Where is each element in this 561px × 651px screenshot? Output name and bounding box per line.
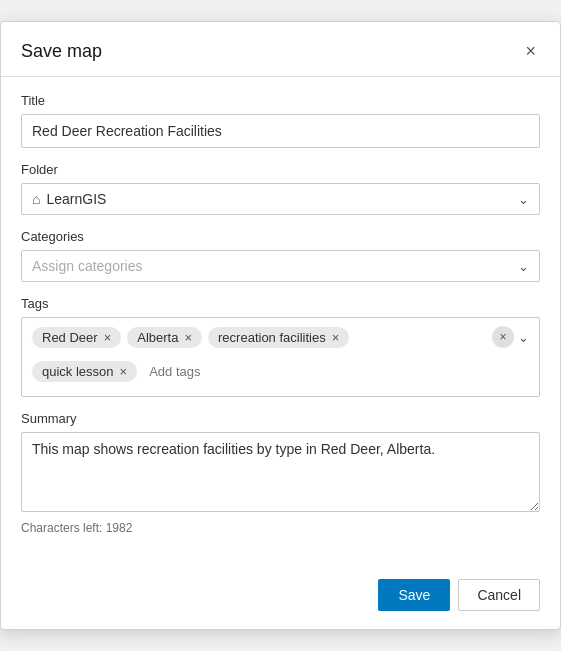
- categories-placeholder: Assign categories: [32, 258, 518, 274]
- tags-chevron-icon[interactable]: ⌄: [518, 330, 529, 345]
- folder-field-group: Folder ⌂ LearnGIS ⌄: [21, 162, 540, 215]
- folder-value: LearnGIS: [46, 191, 518, 207]
- tags-clear-button[interactable]: ×: [492, 326, 514, 348]
- tags-label: Tags: [21, 296, 540, 311]
- tags-container: Red Deer × Alberta × recreation faciliti…: [21, 317, 540, 397]
- categories-select[interactable]: Assign categories ⌄: [21, 250, 540, 282]
- chevron-down-icon: ⌄: [518, 259, 529, 274]
- tag-red-deer-remove[interactable]: ×: [104, 331, 112, 344]
- summary-textarea[interactable]: This map shows recreation facilities by …: [21, 432, 540, 512]
- tag-alberta-text: Alberta: [137, 330, 178, 345]
- tag-red-deer: Red Deer ×: [32, 327, 121, 348]
- folder-select[interactable]: ⌂ LearnGIS ⌄: [21, 183, 540, 215]
- tag-alberta: Alberta ×: [127, 327, 202, 348]
- title-input[interactable]: [21, 114, 540, 148]
- tag-quick-lesson-remove[interactable]: ×: [120, 365, 128, 378]
- tags-second-row: quick lesson ×: [32, 361, 529, 382]
- title-label: Title: [21, 93, 540, 108]
- tag-alberta-remove[interactable]: ×: [184, 331, 192, 344]
- summary-field-group: Summary This map shows recreation facili…: [21, 411, 540, 535]
- chevron-down-icon: ⌄: [518, 192, 529, 207]
- categories-label: Categories: [21, 229, 540, 244]
- dialog-body: Title Folder ⌂ LearnGIS ⌄ Categories Ass…: [1, 77, 560, 565]
- tag-red-deer-text: Red Deer: [42, 330, 98, 345]
- tag-recreation-facilities: recreation facilities ×: [208, 327, 349, 348]
- dialog-footer: Save Cancel: [1, 565, 560, 629]
- tags-end-controls: × ⌄: [492, 326, 529, 348]
- home-icon: ⌂: [32, 191, 40, 207]
- tags-first-row: Red Deer × Alberta × recreation faciliti…: [32, 326, 529, 348]
- summary-label: Summary: [21, 411, 540, 426]
- tag-recreation-text: recreation facilities: [218, 330, 326, 345]
- tags-field-group: Tags Red Deer × Alberta × recreation: [21, 296, 540, 397]
- tag-recreation-remove[interactable]: ×: [332, 331, 340, 344]
- categories-field-group: Categories Assign categories ⌄: [21, 229, 540, 282]
- chars-left: Characters left: 1982: [21, 521, 540, 535]
- dialog-header: Save map ×: [1, 22, 560, 77]
- cancel-button[interactable]: Cancel: [458, 579, 540, 611]
- save-map-dialog: Save map × Title Folder ⌂ LearnGIS ⌄ Cat…: [0, 21, 561, 630]
- save-button[interactable]: Save: [378, 579, 450, 611]
- add-tags-input[interactable]: [143, 361, 323, 382]
- folder-label: Folder: [21, 162, 540, 177]
- close-button[interactable]: ×: [521, 40, 540, 62]
- tag-quick-lesson: quick lesson ×: [32, 361, 137, 382]
- title-field-group: Title: [21, 93, 540, 148]
- dialog-title: Save map: [21, 41, 102, 62]
- tag-quick-lesson-text: quick lesson: [42, 364, 114, 379]
